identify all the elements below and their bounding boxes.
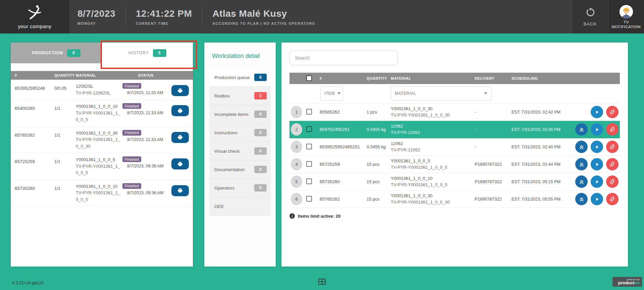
print-button[interactable]	[171, 132, 189, 143]
row-quantity: 0.0455 kg	[367, 144, 391, 149]
workstation-menu-item[interactable]: Redbox 1	[209, 87, 271, 105]
print-button[interactable]	[171, 158, 189, 169]
workstation-title: Atlas Malé Kusy	[212, 8, 315, 19]
row-checkbox[interactable]	[306, 178, 312, 184]
row-number: 1	[291, 106, 302, 118]
move-to-top-button[interactable]	[575, 175, 588, 188]
row-checkbox[interactable]	[306, 126, 312, 132]
row-status: Finished 8/7/2023, 11:33 AM	[122, 130, 169, 142]
workstation-menu-item[interactable]: Visual check 0	[209, 142, 271, 160]
start-button[interactable]	[591, 175, 603, 188]
row-scheduling: EST: 7/31/2023, 05:55 PM	[512, 197, 570, 202]
row-scheduling: EST: 7/31/2023, 05:15 PM	[512, 179, 570, 184]
queue-row[interactable]: 2 659752495251 0.0455 kg 12062 TV-PYR-12…	[289, 121, 620, 138]
app-version: 4.3.22+24.gb125	[12, 281, 44, 285]
play-icon	[594, 197, 600, 202]
print-button[interactable]	[171, 185, 189, 196]
time-value: 12:41:22 PM	[136, 8, 192, 19]
double-chevron-up-icon	[578, 161, 585, 168]
workstation-menu: Production queue 6 Redbox 1 Incomplete i…	[209, 68, 271, 216]
workstation-status: ACCORDING TO PLAN | NO ACTIVE OPERATORS	[212, 21, 315, 25]
queue-row[interactable]: 4 65725259 15 pcs Y0001361_1_0_0_5 TV-PY…	[289, 156, 620, 173]
caret-down-icon	[484, 92, 487, 94]
row-id: 65735260	[320, 179, 367, 184]
workstation-menu-item[interactable]: Operators 0	[209, 179, 271, 197]
row-scheduling: EST: 7/31/2023, 02:40 PM	[512, 145, 570, 149]
link-button[interactable]	[606, 193, 619, 205]
row-number: 4	[291, 158, 302, 170]
row-quantity: 1/1	[54, 130, 76, 138]
start-button[interactable]	[591, 123, 603, 136]
queue-filter-row: ITEM MATERIAL	[289, 84, 620, 103]
move-to-top-button[interactable]	[575, 193, 588, 205]
queue-row[interactable]: 1 65565262 1 pcs Y0001361_1_0_0_30 TV-PY…	[289, 103, 620, 121]
row-status: Finished 8/7/2023, 09:36 AM	[122, 183, 169, 196]
row-checkbox[interactable]	[306, 109, 312, 115]
row-quantity: 1/1	[54, 183, 76, 191]
row-delivery: -	[475, 127, 512, 132]
queue-table-header: # QUANTITY MATERIAL DELIVERY SCHEDULING	[289, 73, 620, 84]
link-button[interactable]	[606, 123, 619, 136]
queue-row[interactable]: 6 65765262 15 pcs Y0001361_1_0_0_30 TV-P…	[289, 191, 620, 208]
tv-notification-button[interactable]: TV NOTIFICATION	[608, 0, 644, 33]
workstation-menu-item[interactable]: OEE	[209, 197, 271, 216]
row-checkbox[interactable]	[306, 144, 312, 149]
row-quantity: 1/1	[54, 103, 76, 111]
production-queue-panel: # QUANTITY MATERIAL DELIVERY SCHEDULING …	[281, 43, 628, 267]
start-button[interactable]	[591, 106, 603, 118]
row-status: Finished 8/7/2023, 09:36 AM	[122, 156, 169, 169]
row-material: Y0001361_1_0_0_5 TV-PYR-Y0001361_1_0_0_5	[391, 157, 475, 172]
back-button[interactable]: BACK	[572, 0, 608, 33]
menu-item-label: Incomplete items	[214, 112, 249, 117]
menu-item-count: 0	[254, 166, 267, 173]
workstation-menu-item[interactable]: Documentation 0	[209, 160, 271, 179]
row-quantity: 1/1	[54, 156, 76, 164]
select-all-checkbox[interactable]	[306, 75, 312, 81]
queue-row[interactable]: 3 6539525952485251 0.0455 kg 12062 TV-PY…	[289, 138, 620, 156]
double-chevron-up-icon	[578, 178, 585, 185]
menu-item-count: 6	[254, 74, 267, 81]
play-icon	[594, 127, 600, 132]
col-scheduling: SCHEDULING	[512, 76, 570, 80]
tab-history-label: HISTORY	[128, 51, 149, 55]
item-filter-dropdown[interactable]: ITEM	[320, 86, 343, 100]
tab-production[interactable]: PRODUCTION 0	[11, 43, 102, 63]
status-badge: Finished	[122, 156, 141, 162]
link-button[interactable]	[606, 141, 619, 153]
chain-link-icon	[609, 144, 615, 150]
chain-link-icon	[609, 126, 615, 133]
header-workstation: Atlas Malé Kusy ACCORDING TO PLAN | NO A…	[202, 0, 315, 33]
row-checkbox[interactable]	[306, 161, 312, 167]
start-button[interactable]	[591, 193, 603, 205]
row-checkbox[interactable]	[306, 196, 312, 202]
tab-history[interactable]: HISTORY 5	[102, 43, 193, 63]
move-to-top-button[interactable]	[575, 123, 588, 136]
row-quantity: 15 pcs	[367, 197, 391, 202]
back-label: BACK	[584, 21, 597, 26]
play-icon	[594, 179, 600, 185]
workstation-menu-item[interactable]: Production queue 6	[209, 68, 271, 87]
move-to-top-button[interactable]	[575, 141, 588, 153]
material-filter-dropdown[interactable]: MATERIAL	[391, 86, 491, 100]
print-button[interactable]	[171, 85, 189, 96]
queue-row[interactable]: 5 65735260 15 pcs Y0001361_1_0_0_10 TV-P…	[289, 173, 620, 191]
link-button[interactable]	[606, 175, 619, 188]
status-date: 8/7/2023, 11:33 AM	[127, 137, 169, 142]
workstation-menu-item[interactable]: Instructions 0	[209, 124, 271, 142]
row-number: 3	[291, 141, 302, 153]
link-button[interactable]	[606, 106, 619, 118]
tab-history-count: 5	[153, 49, 166, 57]
start-button[interactable]	[591, 158, 603, 170]
link-button[interactable]	[606, 158, 619, 170]
workstation-menu-item[interactable]: Incomplete items 0	[209, 105, 271, 124]
status-badge: Finished	[122, 130, 141, 136]
row-delivery: P1690787322	[475, 179, 512, 184]
search-input[interactable]	[289, 51, 397, 65]
printer-icon	[177, 108, 183, 114]
print-button[interactable]	[171, 105, 189, 116]
row-id: 65725259	[320, 162, 367, 167]
start-button[interactable]	[591, 141, 603, 153]
grid-icon[interactable]	[318, 279, 326, 286]
move-to-top-button[interactable]	[575, 158, 588, 170]
back-icon	[585, 7, 595, 18]
